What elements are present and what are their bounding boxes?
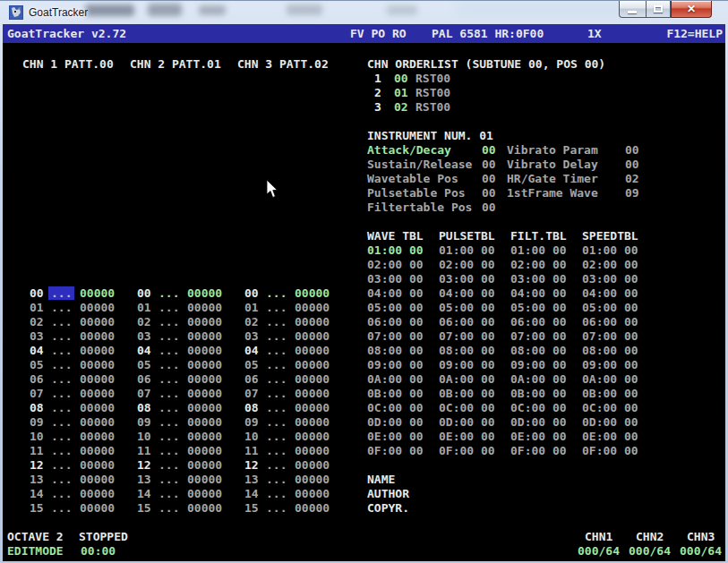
orderlist-row-entry[interactable]: 02 bbox=[394, 100, 408, 114]
pattern-note-cell[interactable]: ... bbox=[48, 286, 74, 300]
pattern-note-cell[interactable]: ... bbox=[158, 358, 179, 371]
pattern-data-cell[interactable]: 00000 bbox=[187, 444, 222, 457]
pattern-note-cell[interactable]: ... bbox=[51, 401, 72, 414]
pattern-data-cell[interactable]: 00000 bbox=[295, 344, 330, 357]
pattern-note-cell[interactable]: ... bbox=[51, 487, 72, 500]
instrument-param-value[interactable]: 00 bbox=[482, 200, 496, 214]
table-row[interactable]: 0E:00 00 bbox=[510, 430, 567, 443]
pattern-note-cell[interactable]: ... bbox=[51, 315, 72, 328]
pattern-note-cell[interactable]: ... bbox=[266, 315, 287, 328]
instrument-param-label[interactable]: Filtertable Pos bbox=[367, 200, 472, 214]
pattern-data-cell[interactable]: 00000 bbox=[187, 501, 222, 515]
pattern-data-cell[interactable]: 00000 bbox=[80, 358, 115, 371]
table-row[interactable]: 06:00 00 bbox=[510, 315, 567, 328]
table-row[interactable]: 0E:00 00 bbox=[367, 430, 424, 443]
table-row[interactable]: 0F:00 00 bbox=[582, 444, 638, 457]
table-row[interactable]: 06:00 00 bbox=[367, 315, 424, 328]
pattern-data-cell[interactable]: 00000 bbox=[295, 301, 330, 314]
pattern-note-cell[interactable]: ... bbox=[158, 387, 179, 400]
table-row[interactable]: 06:00 00 bbox=[582, 315, 638, 328]
table-row[interactable]: 0D:00 00 bbox=[439, 415, 495, 429]
table-row[interactable]: 07:00 00 bbox=[510, 329, 567, 343]
orderlist-row-rest[interactable]: RST00 bbox=[415, 72, 450, 85]
pattern-note-cell[interactable]: ... bbox=[266, 286, 287, 300]
table-row[interactable]: 07:00 00 bbox=[582, 329, 638, 343]
table-row[interactable]: 05:00 00 bbox=[367, 301, 424, 314]
pattern-data-cell[interactable]: 00000 bbox=[187, 301, 222, 314]
table-row[interactable]: 0E:00 00 bbox=[582, 430, 638, 443]
table-row[interactable]: 0A:00 00 bbox=[582, 372, 638, 386]
table-row[interactable]: 0B:00 00 bbox=[582, 387, 638, 400]
pattern-note-cell[interactable]: ... bbox=[158, 444, 179, 457]
table-row[interactable]: 0C:00 00 bbox=[439, 401, 495, 414]
pattern-note-cell[interactable]: ... bbox=[266, 473, 287, 486]
song-info-label[interactable]: AUTHOR bbox=[367, 487, 409, 500]
pattern-note-cell[interactable]: ... bbox=[51, 372, 72, 386]
table-row[interactable]: 0B:00 00 bbox=[510, 387, 567, 400]
pattern-data-cell[interactable]: 00000 bbox=[187, 372, 222, 386]
pattern-data-cell[interactable]: 00000 bbox=[187, 487, 222, 500]
close-button[interactable]: ✕ bbox=[671, 1, 712, 18]
table-row[interactable]: 0D:00 00 bbox=[582, 415, 638, 429]
table-row[interactable]: 07:00 00 bbox=[439, 329, 495, 343]
pattern-note-cell[interactable]: ... bbox=[266, 444, 287, 457]
pattern-data-cell[interactable]: 00000 bbox=[187, 358, 222, 371]
song-info-label[interactable]: NAME bbox=[367, 473, 395, 486]
table-row[interactable]: 02:00 00 bbox=[439, 258, 495, 271]
instrument-param-value[interactable]: 00 bbox=[625, 143, 639, 157]
table-row[interactable]: 0A:00 00 bbox=[367, 372, 424, 386]
pattern-note-cell[interactable]: ... bbox=[158, 473, 179, 486]
table-row[interactable]: 03:00 00 bbox=[510, 272, 567, 286]
table-row[interactable]: 06:00 00 bbox=[439, 315, 495, 328]
table-row[interactable]: 04:00 00 bbox=[367, 286, 424, 300]
pattern-note-cell[interactable]: ... bbox=[51, 473, 72, 486]
goattracker-icon[interactable] bbox=[9, 5, 23, 20]
pattern-note-cell[interactable]: ... bbox=[266, 501, 287, 515]
table-row[interactable]: 08:00 00 bbox=[510, 344, 567, 357]
table-row[interactable]: 03:00 00 bbox=[439, 272, 495, 286]
pattern-data-cell[interactable]: 00000 bbox=[295, 444, 330, 457]
table-row[interactable]: 09:00 00 bbox=[582, 358, 638, 371]
table-row[interactable]: 03:00 00 bbox=[367, 272, 424, 286]
orderlist-row-rest[interactable]: RST00 bbox=[415, 86, 450, 99]
pattern-data-cell[interactable]: 00000 bbox=[295, 286, 330, 300]
table-row[interactable]: 02:00 00 bbox=[582, 258, 638, 271]
pattern-note-cell[interactable]: ... bbox=[266, 430, 287, 443]
instrument-param-value[interactable]: 00 bbox=[625, 158, 639, 171]
pattern-note-cell[interactable]: ... bbox=[266, 387, 287, 400]
pattern-data-cell[interactable]: 00000 bbox=[80, 301, 115, 314]
pattern-data-cell[interactable]: 00000 bbox=[295, 430, 330, 443]
table-row[interactable]: 02:00 00 bbox=[510, 258, 567, 271]
table-row[interactable]: 08:00 00 bbox=[367, 344, 424, 357]
pattern-data-cell[interactable]: 00000 bbox=[187, 458, 222, 472]
instrument-param-label[interactable]: HR/Gate Timer bbox=[507, 172, 598, 185]
table-row[interactable]: 07:00 00 bbox=[367, 329, 424, 343]
pattern-data-cell[interactable]: 00000 bbox=[80, 430, 115, 443]
pattern-data-cell[interactable]: 00000 bbox=[187, 473, 222, 486]
table-row[interactable]: 01:00 00 bbox=[582, 243, 638, 257]
pattern-note-cell[interactable]: ... bbox=[266, 301, 287, 314]
pattern-data-cell[interactable]: 00000 bbox=[187, 315, 222, 328]
pattern-note-cell[interactable]: ... bbox=[266, 458, 287, 472]
pattern-data-cell[interactable]: 00000 bbox=[295, 315, 330, 328]
instrument-param-value[interactable]: 00 bbox=[482, 186, 496, 200]
table-row[interactable]: 0F:00 00 bbox=[439, 444, 495, 457]
table-row[interactable]: 04:00 00 bbox=[439, 286, 495, 300]
pattern-data-cell[interactable]: 00000 bbox=[187, 286, 222, 300]
instrument-param-value[interactable]: 00 bbox=[482, 143, 496, 157]
table-row[interactable]: 04:00 00 bbox=[582, 286, 638, 300]
pattern-data-cell[interactable]: 00000 bbox=[80, 372, 115, 386]
table-row[interactable]: 05:00 00 bbox=[510, 301, 567, 314]
pattern-note-cell[interactable]: ... bbox=[266, 487, 287, 500]
table-row[interactable]: 01:00 00 bbox=[367, 243, 424, 257]
titlebar[interactable]: GoatTracker ✕ bbox=[0, 1, 728, 24]
pattern-note-cell[interactable]: ... bbox=[51, 358, 72, 371]
pattern-data-cell[interactable]: 00000 bbox=[80, 444, 115, 457]
instrument-param-label[interactable]: Vibrato Delay bbox=[507, 158, 598, 171]
pattern-data-cell[interactable]: 00000 bbox=[187, 329, 222, 343]
table-row[interactable]: 0B:00 00 bbox=[367, 387, 424, 400]
pattern-note-cell[interactable]: ... bbox=[51, 430, 72, 443]
table-row[interactable]: 0A:00 00 bbox=[439, 372, 495, 386]
table-row[interactable]: 09:00 00 bbox=[367, 358, 424, 371]
pattern-data-cell[interactable]: 00000 bbox=[80, 487, 115, 500]
